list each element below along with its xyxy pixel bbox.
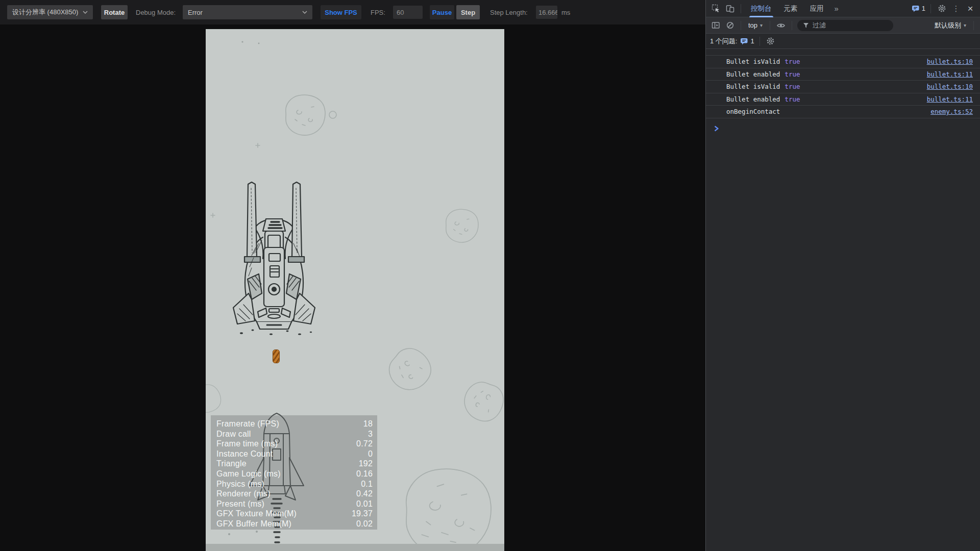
- stat-row: Triangle 192: [216, 459, 373, 469]
- prompt-chevron-icon: [714, 126, 719, 132]
- stat-value: 0.42: [356, 489, 373, 499]
- issues-bar: 1 个问题: 1: [706, 34, 980, 49]
- kebab-menu-icon[interactable]: ⋮: [950, 3, 962, 14]
- stat-value: 19.37: [352, 509, 373, 519]
- step-button[interactable]: Step: [456, 5, 480, 19]
- stat-value: 0.16: [356, 469, 373, 479]
- clear-console-icon[interactable]: [724, 20, 736, 31]
- debug-mode-select[interactable]: Error: [183, 5, 312, 19]
- stat-label: Draw call: [216, 429, 251, 439]
- message-text: Bullet isValid: [726, 83, 780, 90]
- stat-label: Present (ms): [216, 499, 264, 509]
- message-text: Bullet enabled: [726, 70, 780, 78]
- chevron-down-icon: ▾: [760, 22, 763, 28]
- show-fps-button[interactable]: Show FPS: [321, 5, 361, 19]
- message-value: true: [785, 95, 800, 103]
- stat-label: Renderer (ms): [216, 489, 271, 499]
- log-level-selector[interactable]: 默认级别 ▾: [933, 21, 968, 30]
- game-canvas[interactable]: Framerate (FPS) 18 Draw call 3 Frame tim…: [206, 29, 504, 551]
- divider: [741, 4, 741, 13]
- stat-label: Framerate (FPS): [216, 419, 279, 429]
- divider: [770, 21, 770, 30]
- chevron-down-icon: ▾: [964, 22, 966, 28]
- stat-label: Instance Count: [216, 449, 273, 459]
- stat-label: GFX Texture Mem(M): [216, 509, 297, 519]
- stat-value: 0.01: [356, 499, 373, 509]
- step-length-label: Step Length:: [490, 5, 528, 19]
- ms-label: ms: [561, 5, 570, 19]
- console-message: Bullet isValid true bullet.ts:10: [706, 81, 980, 93]
- message-value: true: [785, 58, 800, 65]
- console-log-list: Bullet isValid true bullet.ts:10 Bullet …: [706, 55, 980, 118]
- stat-row: Game Logic (ms) 0.16: [216, 469, 373, 479]
- source-link[interactable]: bullet.ts:10: [927, 83, 973, 90]
- source-link[interactable]: bullet.ts:10: [927, 58, 973, 65]
- stat-row: Renderer (ms) 0.42: [216, 489, 373, 499]
- filter-box[interactable]: [797, 20, 893, 31]
- debug-stats-panel: Framerate (FPS) 18 Draw call 3 Frame tim…: [211, 415, 377, 530]
- close-icon[interactable]: ×: [965, 3, 976, 14]
- devtools-tab[interactable]: 应用: [805, 0, 828, 17]
- console-message: Bullet enabled true bullet.ts:11: [706, 68, 980, 81]
- divider: [930, 4, 931, 13]
- issues-text: 1 个问题:: [710, 37, 737, 46]
- chevron-down-icon: [83, 11, 88, 14]
- divider: [741, 21, 741, 30]
- stat-label: Game Logic (ms): [216, 469, 281, 479]
- chevron-down-icon: [302, 11, 307, 14]
- console-message: Bullet isValid true bullet.ts:10: [706, 56, 980, 68]
- divider: [973, 21, 974, 30]
- stat-label: GFX Buffer Mem(M): [216, 519, 291, 529]
- ship-debris: [240, 330, 312, 335]
- devtools-panel: 控制台 元素 应用 » 1 ⋮ ×: [705, 0, 980, 551]
- stat-row: Instance Count 0: [216, 449, 373, 459]
- issues-counter[interactable]: 1: [912, 5, 925, 12]
- context-selector[interactable]: top ▾: [746, 21, 765, 29]
- stat-label: Frame time (ms): [216, 439, 278, 449]
- message-text: onBeginContact: [726, 108, 780, 115]
- fps-input[interactable]: [393, 6, 423, 19]
- devtools-header: 控制台 元素 应用 » 1 ⋮ ×: [706, 0, 980, 17]
- preview-toolbar: 设计分辨率 (480X850) Rotate Debug Mode: Error…: [0, 0, 705, 24]
- stat-label: Physics (ms): [216, 479, 264, 489]
- device-toolbar-icon[interactable]: [724, 3, 736, 14]
- devtools-tab[interactable]: 控制台: [746, 0, 776, 17]
- console-prompt[interactable]: [706, 118, 980, 132]
- player-ship: [222, 171, 327, 337]
- resolution-select[interactable]: 设计分辨率 (480X850): [7, 5, 93, 19]
- source-link[interactable]: enemy.ts:52: [930, 108, 973, 115]
- stat-row: GFX Texture Mem(M) 19.37: [216, 509, 373, 519]
- debug-mode-value: Error: [188, 9, 203, 16]
- page: 设计分辨率 (480X850) Rotate Debug Mode: Error…: [0, 0, 980, 551]
- issues-bubble-icon: [740, 37, 748, 45]
- devtools-tab[interactable]: 元素: [779, 0, 802, 17]
- issues-settings-gear-icon[interactable]: [765, 36, 776, 47]
- stat-row: Framerate (FPS) 18: [216, 419, 373, 429]
- divider: [792, 21, 792, 30]
- source-link[interactable]: bullet.ts:11: [927, 70, 973, 78]
- live-expression-eye-icon[interactable]: [775, 20, 787, 31]
- settings-gear-icon[interactable]: [936, 3, 947, 14]
- message-text: Bullet enabled: [726, 95, 780, 103]
- stat-value: 3: [368, 429, 373, 439]
- step-length-input[interactable]: [536, 6, 557, 19]
- more-tabs-icon[interactable]: »: [831, 4, 842, 13]
- stat-value: 0.1: [361, 479, 373, 489]
- issues-counter[interactable]: 1: [740, 37, 754, 45]
- resolution-label: 设计分辨率 (480X850): [12, 8, 78, 17]
- filter-funnel-icon: [802, 22, 810, 29]
- divider: [760, 37, 760, 46]
- source-link[interactable]: bullet.ts:11: [927, 95, 973, 103]
- stat-value: 192: [359, 459, 373, 469]
- rotate-button[interactable]: Rotate: [101, 5, 128, 19]
- stat-row: Draw call 3: [216, 429, 373, 439]
- stat-label: Triangle: [216, 459, 247, 469]
- stat-row: GFX Buffer Mem(M) 0.02: [216, 519, 373, 529]
- console-sidebar-icon[interactable]: [710, 20, 721, 31]
- pause-button[interactable]: Pause: [430, 5, 454, 19]
- stat-row: Present (ms) 0.01: [216, 499, 373, 509]
- message-value: true: [785, 83, 800, 90]
- console-filter-input[interactable]: [813, 21, 879, 29]
- inspect-element-icon[interactable]: [710, 3, 721, 14]
- stat-value: 0.02: [356, 519, 373, 529]
